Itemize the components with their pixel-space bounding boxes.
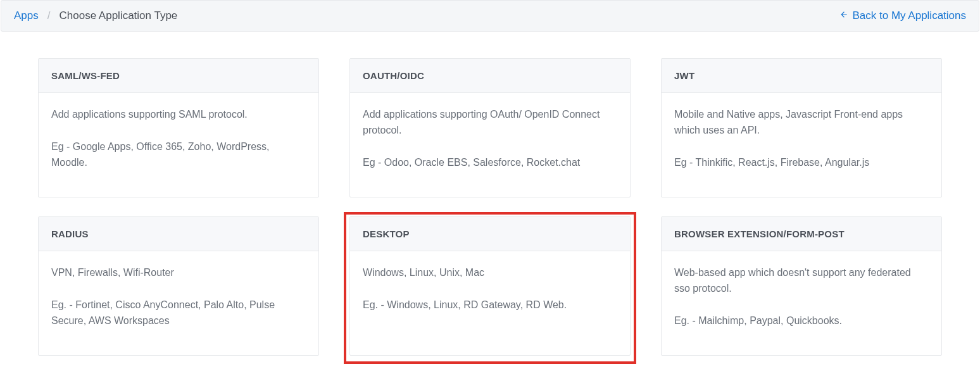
card-body: Add applications supporting OAuth/ OpenI… [350,93,630,185]
card-body: Add applications supporting SAML protoco… [39,93,318,185]
card-description: Mobile and Native apps, Javascript Front… [674,107,929,139]
card-oauth-oidc[interactable]: OAUTH/OIDC Add applications supporting O… [349,58,631,197]
card-example: Eg. - Fortinet, Cisco AnyConnect, Palo A… [51,297,306,329]
card-example: Eg. - Windows, Linux, RD Gateway, RD Web… [363,297,617,313]
card-title: DESKTOP [350,217,630,251]
card-title: SAML/WS-FED [39,59,318,93]
back-to-applications-link[interactable]: Back to My Applications [839,9,966,22]
card-description: VPN, Firewalls, Wifi-Router [51,265,306,281]
breadcrumb-separator: / [47,9,51,22]
app-type-grid: SAML/WS-FED Add applications supporting … [0,32,980,356]
breadcrumb: Apps / Choose Application Type [14,9,177,22]
card-body: VPN, Firewalls, Wifi-Router Eg. - Fortin… [39,251,318,344]
card-saml-ws-fed[interactable]: SAML/WS-FED Add applications supporting … [38,58,319,197]
page-root: Apps / Choose Application Type Back to M… [0,0,980,381]
card-description: Add applications supporting OAuth/ OpenI… [363,107,617,139]
card-browser-extension-form-post[interactable]: BROWSER EXTENSION/FORM-POST Web-based ap… [661,216,942,356]
breadcrumb-current: Choose Application Type [59,9,177,22]
card-example: Eg - Odoo, Oracle EBS, Salesforce, Rocke… [363,155,617,171]
arrow-left-icon [839,9,848,22]
card-example: Eg. - Mailchimp, Paypal, Quickbooks. [674,313,929,329]
card-desktop[interactable]: DESKTOP Windows, Linux, Unix, Mac Eg. - … [349,216,631,356]
back-link-label: Back to My Applications [852,9,966,22]
card-description: Windows, Linux, Unix, Mac [363,265,617,281]
card-body: Windows, Linux, Unix, Mac Eg. - Windows,… [350,251,630,328]
card-body: Mobile and Native apps, Javascript Front… [662,93,941,185]
card-title: OAUTH/OIDC [350,59,630,93]
header-bar: Apps / Choose Application Type Back to M… [1,0,979,32]
card-description: Add applications supporting SAML protoco… [51,107,306,123]
card-example: Eg - Thinkific, React.js, Firebase, Angu… [674,155,929,171]
card-description: Web-based app which doesn't support any … [674,265,929,297]
breadcrumb-root-link[interactable]: Apps [14,9,39,22]
card-radius[interactable]: RADIUS VPN, Firewalls, Wifi-Router Eg. -… [38,216,319,356]
card-body: Web-based app which doesn't support any … [662,251,941,344]
card-desktop-wrapper: DESKTOP Windows, Linux, Unix, Mac Eg. - … [349,216,631,356]
card-jwt[interactable]: JWT Mobile and Native apps, Javascript F… [661,58,942,197]
card-title: BROWSER EXTENSION/FORM-POST [662,217,941,251]
card-example: Eg - Google Apps, Office 365, Zoho, Word… [51,139,306,171]
card-title: JWT [662,59,941,93]
card-title: RADIUS [39,217,318,251]
